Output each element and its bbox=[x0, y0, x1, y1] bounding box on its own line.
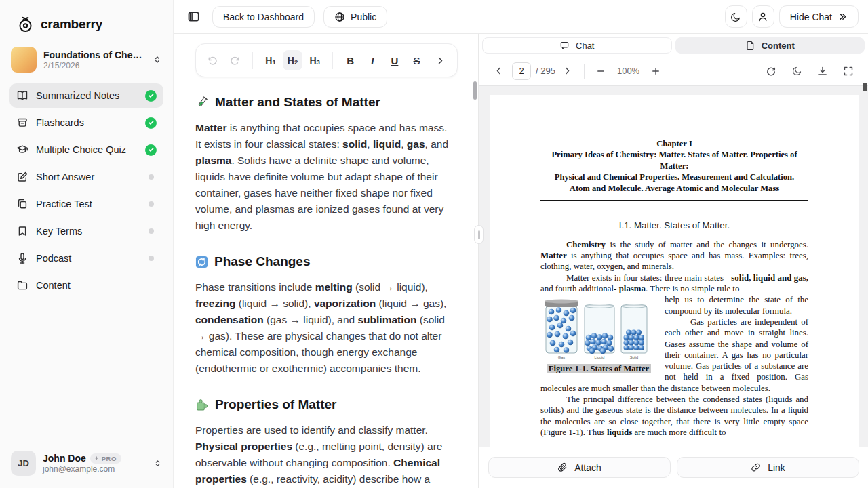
redo-button[interactable] bbox=[225, 50, 245, 70]
user-menu[interactable]: JD John Doe PRO john@example.com bbox=[0, 441, 173, 488]
fullscreen-button[interactable] bbox=[840, 63, 856, 79]
sidebar-item-label: Podcast bbox=[36, 253, 141, 264]
chat-bubble-icon bbox=[559, 41, 570, 51]
note-paragraph[interactable]: Phase transitions include melting (solid… bbox=[195, 279, 455, 377]
project-date: 2/15/2026 bbox=[43, 61, 146, 70]
moon-icon bbox=[792, 66, 802, 76]
editor-content[interactable]: Matter and States of Matter Matter is an… bbox=[174, 77, 478, 488]
sidebar: cramberry Foundations of Che… 2/15/2026 … bbox=[0, 0, 174, 488]
chevron-right-icon bbox=[435, 56, 446, 66]
bookmark-icon bbox=[16, 225, 28, 237]
bold-button[interactable]: B bbox=[340, 50, 361, 70]
chevron-up-down-icon bbox=[153, 459, 162, 468]
pane-resize-handle[interactable] bbox=[474, 225, 484, 244]
pdf-figure: Gas Liquid Solid Figure 1-1. States of M… bbox=[540, 297, 657, 374]
attach-button[interactable]: Attach bbox=[488, 457, 671, 478]
sidebar-item-summarized-notes[interactable]: Summarized Notes bbox=[9, 83, 163, 108]
pdf-paragraph: Matter exists in four states: three main… bbox=[540, 272, 808, 295]
public-button[interactable]: Public bbox=[323, 6, 387, 28]
pdf-title-line: Physical and Chemical Properties. Measur… bbox=[540, 171, 808, 182]
note-heading[interactable]: Properties of Matter bbox=[195, 397, 455, 412]
panel-tabs: Chat Content bbox=[479, 34, 868, 56]
back-to-dashboard-button[interactable]: Back to Dashboard bbox=[212, 6, 315, 28]
pending-badge-dot bbox=[149, 228, 154, 234]
sidebar-item-label: Summarized Notes bbox=[36, 90, 138, 101]
microphone-icon bbox=[16, 252, 28, 264]
user-name: John Doe bbox=[43, 453, 86, 464]
heading3-button[interactable]: H3 bbox=[304, 50, 325, 70]
pdf-dark-mode-button[interactable] bbox=[789, 63, 805, 79]
heading1-button[interactable]: H1 bbox=[260, 50, 281, 70]
sidebar-item-practice-test[interactable]: Practice Test bbox=[9, 192, 163, 216]
moon-icon bbox=[730, 12, 741, 22]
note-paragraph[interactable]: Properties are used to identify and clas… bbox=[195, 422, 455, 488]
sparkle-icon bbox=[94, 455, 100, 462]
sidebar-item-label: Flashcards bbox=[36, 117, 138, 128]
sidebar-item-short-answer[interactable]: Short Answer bbox=[9, 165, 163, 189]
sidebar-item-flashcards[interactable]: Flashcards bbox=[9, 110, 163, 135]
pro-badge: PRO bbox=[90, 453, 121, 464]
test-tube-icon bbox=[195, 96, 209, 109]
book-open-icon bbox=[16, 89, 28, 102]
sidebar-item-label: Key Terms bbox=[36, 226, 141, 237]
sidebar-toggle-button[interactable] bbox=[183, 7, 203, 27]
plus-icon bbox=[651, 66, 660, 76]
zoom-level-label: 100% bbox=[617, 66, 639, 76]
figure-label-gas: Gas bbox=[558, 355, 565, 359]
sidebar-item-label: Short Answer bbox=[36, 171, 141, 182]
figure-label-solid: Solid bbox=[630, 355, 638, 359]
undo-button[interactable] bbox=[203, 50, 223, 70]
note-heading[interactable]: Phase Changes bbox=[195, 254, 455, 269]
chevron-right-icon bbox=[562, 66, 572, 76]
main-area: Back to Dashboard Public bbox=[174, 0, 868, 488]
toolbar-divider bbox=[584, 64, 585, 79]
project-selector[interactable]: Foundations of Che… 2/15/2026 bbox=[11, 47, 162, 73]
chevron-left-icon bbox=[494, 66, 504, 76]
brand-name: cramberry bbox=[41, 17, 102, 32]
heading2-button[interactable]: H2 bbox=[283, 50, 303, 70]
previous-page-button[interactable] bbox=[490, 63, 507, 79]
zoom-in-button[interactable] bbox=[648, 63, 664, 79]
tab-chat[interactable]: Chat bbox=[482, 37, 672, 54]
tab-content[interactable]: Content bbox=[675, 37, 865, 54]
toolbar-more-button[interactable] bbox=[430, 50, 450, 70]
refresh-icon bbox=[766, 66, 776, 77]
download-button[interactable] bbox=[814, 63, 831, 79]
note-paragraph[interactable]: Matter is anything that occupies space a… bbox=[195, 120, 455, 234]
panel-footer: Attach Link bbox=[479, 447, 868, 488]
theme-toggle-button[interactable] bbox=[725, 5, 747, 28]
states-of-matter-figure: Gas Liquid Solid bbox=[540, 297, 657, 362]
sidebar-item-multiple-choice-quiz[interactable]: Multiple Choice Quiz bbox=[9, 138, 163, 162]
hide-chat-button[interactable]: Hide Chat bbox=[779, 5, 859, 28]
pdf-section-heading: I.1. Matter. States of Matter. bbox=[540, 220, 808, 230]
pdf-title-line: Primary Ideas of Chemistry: Matter. Stat… bbox=[540, 149, 808, 171]
link-button[interactable]: Link bbox=[677, 457, 859, 478]
strikethrough-button[interactable]: S bbox=[407, 50, 427, 70]
sidebar-item-label: Practice Test bbox=[36, 199, 141, 209]
sidebar-item-content[interactable]: Content bbox=[9, 273, 163, 298]
note-heading[interactable]: Matter and States of Matter bbox=[195, 95, 455, 110]
user-email: john@example.com bbox=[43, 464, 146, 474]
next-page-button[interactable] bbox=[559, 63, 576, 79]
content-panel: Chat Content / bbox=[479, 34, 868, 488]
globe-icon bbox=[334, 12, 345, 22]
figure-label-liquid: Liquid bbox=[595, 355, 605, 359]
pdf-scrollbar-thumb[interactable] bbox=[863, 83, 867, 91]
pdf-paragraph: Chemistry is the study of matter and the… bbox=[540, 239, 808, 272]
reload-document-button[interactable] bbox=[763, 63, 779, 79]
page-number-input[interactable] bbox=[512, 62, 531, 80]
account-button[interactable] bbox=[752, 5, 774, 28]
editor-scrollbar-thumb[interactable] bbox=[473, 81, 477, 100]
topbar: Back to Dashboard Public bbox=[174, 0, 868, 34]
italic-button[interactable]: I bbox=[363, 50, 383, 70]
sidebar-item-podcast[interactable]: Podcast bbox=[9, 246, 163, 270]
zoom-out-button[interactable] bbox=[593, 63, 609, 79]
paperclip-icon bbox=[557, 462, 568, 472]
pdf-page: Chapter I Primary Ideas of Chemistry: Ma… bbox=[490, 95, 859, 447]
pdf-double-rule bbox=[540, 200, 808, 203]
underline-button[interactable]: U bbox=[384, 50, 405, 70]
project-thumbnail bbox=[11, 47, 37, 73]
sidebar-item-key-terms[interactable]: Key Terms bbox=[9, 219, 163, 243]
graduation-cap-icon bbox=[16, 144, 28, 156]
panel-left-icon bbox=[187, 10, 200, 23]
